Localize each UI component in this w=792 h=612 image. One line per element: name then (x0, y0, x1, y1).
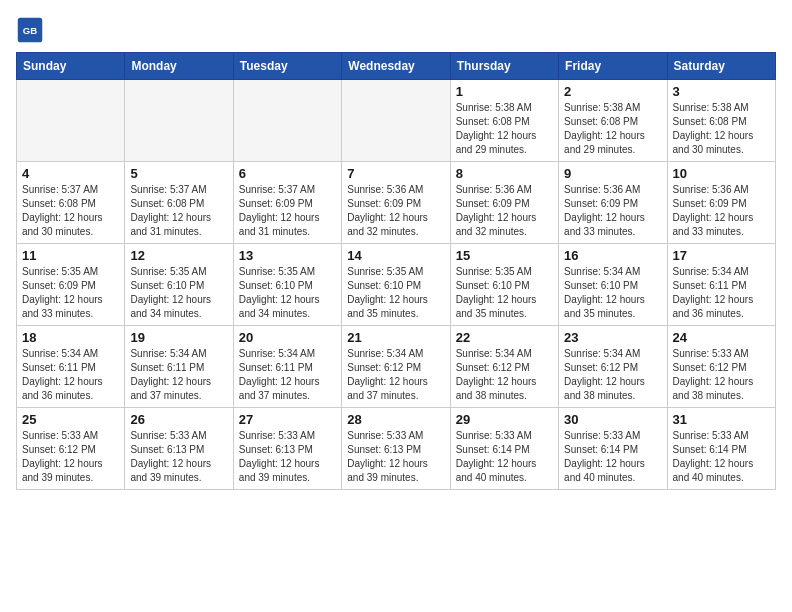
calendar-week-2: 4Sunrise: 5:37 AM Sunset: 6:08 PM Daylig… (17, 162, 776, 244)
calendar-week-1: 1Sunrise: 5:38 AM Sunset: 6:08 PM Daylig… (17, 80, 776, 162)
calendar-cell: 17Sunrise: 5:34 AM Sunset: 6:11 PM Dayli… (667, 244, 775, 326)
calendar-cell: 8Sunrise: 5:36 AM Sunset: 6:09 PM Daylig… (450, 162, 558, 244)
day-info: Sunrise: 5:33 AM Sunset: 6:12 PM Dayligh… (673, 347, 770, 403)
day-number: 15 (456, 248, 553, 263)
svg-text:GB: GB (23, 25, 37, 36)
calendar-cell: 5Sunrise: 5:37 AM Sunset: 6:08 PM Daylig… (125, 162, 233, 244)
day-info: Sunrise: 5:33 AM Sunset: 6:14 PM Dayligh… (673, 429, 770, 485)
calendar-cell: 27Sunrise: 5:33 AM Sunset: 6:13 PM Dayli… (233, 408, 341, 490)
calendar-cell: 15Sunrise: 5:35 AM Sunset: 6:10 PM Dayli… (450, 244, 558, 326)
header-wednesday: Wednesday (342, 53, 450, 80)
calendar-cell: 26Sunrise: 5:33 AM Sunset: 6:13 PM Dayli… (125, 408, 233, 490)
day-number: 27 (239, 412, 336, 427)
calendar-cell: 1Sunrise: 5:38 AM Sunset: 6:08 PM Daylig… (450, 80, 558, 162)
calendar-cell: 24Sunrise: 5:33 AM Sunset: 6:12 PM Dayli… (667, 326, 775, 408)
calendar-cell: 9Sunrise: 5:36 AM Sunset: 6:09 PM Daylig… (559, 162, 667, 244)
calendar-cell: 2Sunrise: 5:38 AM Sunset: 6:08 PM Daylig… (559, 80, 667, 162)
calendar-cell (125, 80, 233, 162)
calendar-cell: 4Sunrise: 5:37 AM Sunset: 6:08 PM Daylig… (17, 162, 125, 244)
day-info: Sunrise: 5:34 AM Sunset: 6:12 PM Dayligh… (564, 347, 661, 403)
day-info: Sunrise: 5:33 AM Sunset: 6:13 PM Dayligh… (239, 429, 336, 485)
calendar-cell: 21Sunrise: 5:34 AM Sunset: 6:12 PM Dayli… (342, 326, 450, 408)
calendar-cell: 20Sunrise: 5:34 AM Sunset: 6:11 PM Dayli… (233, 326, 341, 408)
day-number: 4 (22, 166, 119, 181)
calendar-cell (233, 80, 341, 162)
calendar-week-3: 11Sunrise: 5:35 AM Sunset: 6:09 PM Dayli… (17, 244, 776, 326)
day-number: 30 (564, 412, 661, 427)
calendar-cell: 11Sunrise: 5:35 AM Sunset: 6:09 PM Dayli… (17, 244, 125, 326)
header-monday: Monday (125, 53, 233, 80)
calendar-cell (17, 80, 125, 162)
day-number: 26 (130, 412, 227, 427)
calendar-cell: 28Sunrise: 5:33 AM Sunset: 6:13 PM Dayli… (342, 408, 450, 490)
day-info: Sunrise: 5:34 AM Sunset: 6:11 PM Dayligh… (239, 347, 336, 403)
calendar-cell: 7Sunrise: 5:36 AM Sunset: 6:09 PM Daylig… (342, 162, 450, 244)
day-number: 16 (564, 248, 661, 263)
day-info: Sunrise: 5:37 AM Sunset: 6:08 PM Dayligh… (130, 183, 227, 239)
day-number: 12 (130, 248, 227, 263)
calendar-cell: 16Sunrise: 5:34 AM Sunset: 6:10 PM Dayli… (559, 244, 667, 326)
day-info: Sunrise: 5:35 AM Sunset: 6:09 PM Dayligh… (22, 265, 119, 321)
day-number: 6 (239, 166, 336, 181)
day-number: 2 (564, 84, 661, 99)
day-number: 18 (22, 330, 119, 345)
calendar-cell: 14Sunrise: 5:35 AM Sunset: 6:10 PM Dayli… (342, 244, 450, 326)
day-info: Sunrise: 5:34 AM Sunset: 6:11 PM Dayligh… (130, 347, 227, 403)
calendar-cell: 22Sunrise: 5:34 AM Sunset: 6:12 PM Dayli… (450, 326, 558, 408)
day-number: 5 (130, 166, 227, 181)
day-info: Sunrise: 5:37 AM Sunset: 6:09 PM Dayligh… (239, 183, 336, 239)
day-number: 17 (673, 248, 770, 263)
day-number: 23 (564, 330, 661, 345)
calendar-cell: 12Sunrise: 5:35 AM Sunset: 6:10 PM Dayli… (125, 244, 233, 326)
day-info: Sunrise: 5:33 AM Sunset: 6:14 PM Dayligh… (456, 429, 553, 485)
calendar-cell: 13Sunrise: 5:35 AM Sunset: 6:10 PM Dayli… (233, 244, 341, 326)
day-number: 11 (22, 248, 119, 263)
header-tuesday: Tuesday (233, 53, 341, 80)
calendar-cell: 19Sunrise: 5:34 AM Sunset: 6:11 PM Dayli… (125, 326, 233, 408)
day-info: Sunrise: 5:38 AM Sunset: 6:08 PM Dayligh… (456, 101, 553, 157)
calendar-cell: 3Sunrise: 5:38 AM Sunset: 6:08 PM Daylig… (667, 80, 775, 162)
day-number: 31 (673, 412, 770, 427)
day-info: Sunrise: 5:33 AM Sunset: 6:12 PM Dayligh… (22, 429, 119, 485)
day-info: Sunrise: 5:35 AM Sunset: 6:10 PM Dayligh… (130, 265, 227, 321)
day-number: 19 (130, 330, 227, 345)
header-sunday: Sunday (17, 53, 125, 80)
day-number: 9 (564, 166, 661, 181)
day-number: 22 (456, 330, 553, 345)
day-number: 20 (239, 330, 336, 345)
day-info: Sunrise: 5:34 AM Sunset: 6:11 PM Dayligh… (673, 265, 770, 321)
header-saturday: Saturday (667, 53, 775, 80)
day-info: Sunrise: 5:33 AM Sunset: 6:14 PM Dayligh… (564, 429, 661, 485)
day-number: 28 (347, 412, 444, 427)
day-info: Sunrise: 5:34 AM Sunset: 6:11 PM Dayligh… (22, 347, 119, 403)
day-number: 21 (347, 330, 444, 345)
page-header: GB (16, 16, 776, 44)
logo: GB (16, 16, 48, 44)
day-number: 24 (673, 330, 770, 345)
calendar-cell: 30Sunrise: 5:33 AM Sunset: 6:14 PM Dayli… (559, 408, 667, 490)
calendar-week-5: 25Sunrise: 5:33 AM Sunset: 6:12 PM Dayli… (17, 408, 776, 490)
day-info: Sunrise: 5:36 AM Sunset: 6:09 PM Dayligh… (564, 183, 661, 239)
calendar-cell: 6Sunrise: 5:37 AM Sunset: 6:09 PM Daylig… (233, 162, 341, 244)
calendar-header-row: SundayMondayTuesdayWednesdayThursdayFrid… (17, 53, 776, 80)
day-info: Sunrise: 5:37 AM Sunset: 6:08 PM Dayligh… (22, 183, 119, 239)
day-number: 7 (347, 166, 444, 181)
day-info: Sunrise: 5:34 AM Sunset: 6:10 PM Dayligh… (564, 265, 661, 321)
calendar-table: SundayMondayTuesdayWednesdayThursdayFrid… (16, 52, 776, 490)
day-info: Sunrise: 5:35 AM Sunset: 6:10 PM Dayligh… (347, 265, 444, 321)
calendar-cell: 10Sunrise: 5:36 AM Sunset: 6:09 PM Dayli… (667, 162, 775, 244)
calendar-cell (342, 80, 450, 162)
header-friday: Friday (559, 53, 667, 80)
day-number: 29 (456, 412, 553, 427)
day-number: 14 (347, 248, 444, 263)
day-info: Sunrise: 5:36 AM Sunset: 6:09 PM Dayligh… (347, 183, 444, 239)
day-info: Sunrise: 5:35 AM Sunset: 6:10 PM Dayligh… (239, 265, 336, 321)
logo-icon: GB (16, 16, 44, 44)
calendar-cell: 18Sunrise: 5:34 AM Sunset: 6:11 PM Dayli… (17, 326, 125, 408)
day-info: Sunrise: 5:36 AM Sunset: 6:09 PM Dayligh… (456, 183, 553, 239)
day-number: 3 (673, 84, 770, 99)
day-number: 1 (456, 84, 553, 99)
day-info: Sunrise: 5:38 AM Sunset: 6:08 PM Dayligh… (673, 101, 770, 157)
day-number: 8 (456, 166, 553, 181)
day-number: 25 (22, 412, 119, 427)
